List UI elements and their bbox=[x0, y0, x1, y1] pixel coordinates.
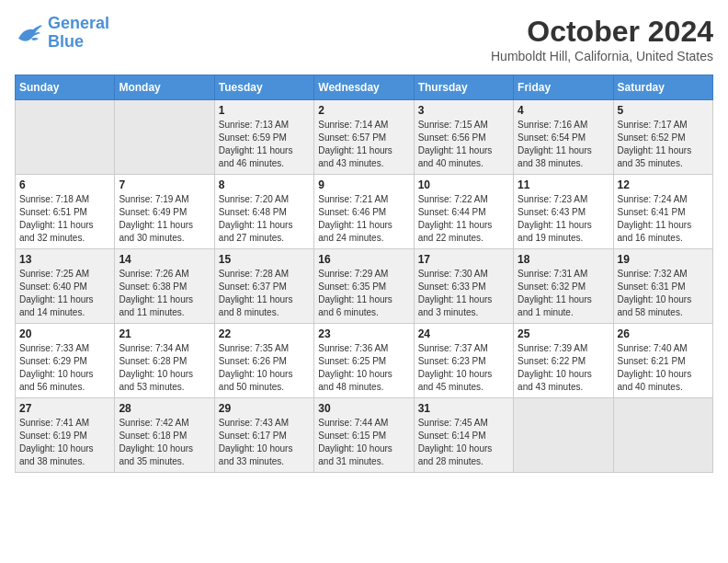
month-title: October 2024 bbox=[491, 15, 713, 49]
day-info: Sunrise: 7:18 AM Sunset: 6:51 PM Dayligh… bbox=[19, 193, 110, 245]
calendar-day-cell: 14Sunrise: 7:26 AM Sunset: 6:38 PM Dayli… bbox=[115, 249, 214, 324]
day-info: Sunrise: 7:30 AM Sunset: 6:33 PM Dayligh… bbox=[418, 268, 509, 319]
calendar-day-cell bbox=[613, 398, 712, 473]
day-info: Sunrise: 7:44 AM Sunset: 6:15 PM Dayligh… bbox=[318, 417, 409, 468]
calendar-week-row: 1Sunrise: 7:13 AM Sunset: 6:59 PM Daylig… bbox=[16, 100, 713, 175]
day-info: Sunrise: 7:16 AM Sunset: 6:54 PM Dayligh… bbox=[518, 119, 609, 170]
day-number: 6 bbox=[19, 178, 110, 191]
day-number: 23 bbox=[318, 327, 409, 340]
day-info: Sunrise: 7:42 AM Sunset: 6:18 PM Dayligh… bbox=[119, 417, 210, 468]
day-number: 22 bbox=[219, 327, 310, 340]
day-info: Sunrise: 7:33 AM Sunset: 6:29 PM Dayligh… bbox=[19, 342, 110, 394]
day-number: 14 bbox=[119, 253, 210, 266]
day-number: 19 bbox=[618, 253, 709, 266]
calendar-day-cell: 24Sunrise: 7:37 AM Sunset: 6:23 PM Dayli… bbox=[414, 324, 513, 398]
day-info: Sunrise: 7:41 AM Sunset: 6:19 PM Dayligh… bbox=[19, 417, 110, 468]
calendar-day-cell: 17Sunrise: 7:30 AM Sunset: 6:33 PM Dayli… bbox=[414, 249, 513, 324]
day-number: 1 bbox=[219, 104, 310, 117]
day-info: Sunrise: 7:34 AM Sunset: 6:28 PM Dayligh… bbox=[119, 342, 210, 394]
calendar-day-cell: 30Sunrise: 7:44 AM Sunset: 6:15 PM Dayli… bbox=[314, 398, 414, 473]
day-number: 30 bbox=[318, 402, 409, 415]
calendar-day-cell: 20Sunrise: 7:33 AM Sunset: 6:29 PM Dayli… bbox=[16, 324, 115, 398]
calendar-day-cell: 31Sunrise: 7:45 AM Sunset: 6:14 PM Dayli… bbox=[414, 398, 513, 473]
day-number: 3 bbox=[418, 104, 509, 117]
day-info: Sunrise: 7:35 AM Sunset: 6:26 PM Dayligh… bbox=[219, 342, 310, 394]
day-number: 26 bbox=[618, 327, 709, 340]
calendar-day-cell bbox=[514, 398, 613, 473]
day-info: Sunrise: 7:43 AM Sunset: 6:17 PM Dayligh… bbox=[219, 417, 310, 468]
day-number: 9 bbox=[318, 178, 409, 191]
logo-icon bbox=[15, 20, 44, 46]
day-info: Sunrise: 7:15 AM Sunset: 6:56 PM Dayligh… bbox=[418, 119, 509, 170]
logo: General Blue bbox=[15, 15, 109, 52]
day-info: Sunrise: 7:17 AM Sunset: 6:52 PM Dayligh… bbox=[618, 119, 709, 170]
day-info: Sunrise: 7:26 AM Sunset: 6:38 PM Dayligh… bbox=[119, 268, 210, 319]
day-info: Sunrise: 7:29 AM Sunset: 6:35 PM Dayligh… bbox=[318, 268, 409, 319]
calendar-table: SundayMondayTuesdayWednesdayThursdayFrid… bbox=[15, 75, 713, 473]
day-number: 27 bbox=[19, 402, 110, 415]
calendar-day-cell: 19Sunrise: 7:32 AM Sunset: 6:31 PM Dayli… bbox=[613, 249, 712, 324]
day-info: Sunrise: 7:36 AM Sunset: 6:25 PM Dayligh… bbox=[318, 342, 409, 394]
day-info: Sunrise: 7:13 AM Sunset: 6:59 PM Dayligh… bbox=[219, 119, 310, 170]
calendar-day-cell: 5Sunrise: 7:17 AM Sunset: 6:52 PM Daylig… bbox=[613, 100, 712, 175]
day-info: Sunrise: 7:31 AM Sunset: 6:32 PM Dayligh… bbox=[518, 268, 609, 319]
day-number: 11 bbox=[518, 178, 609, 191]
calendar-day-cell: 9Sunrise: 7:21 AM Sunset: 6:46 PM Daylig… bbox=[314, 175, 414, 249]
day-number: 17 bbox=[418, 253, 509, 266]
calendar-day-cell: 7Sunrise: 7:19 AM Sunset: 6:49 PM Daylig… bbox=[115, 175, 214, 249]
day-info: Sunrise: 7:39 AM Sunset: 6:22 PM Dayligh… bbox=[518, 342, 609, 394]
day-info: Sunrise: 7:28 AM Sunset: 6:37 PM Dayligh… bbox=[219, 268, 310, 319]
day-number: 24 bbox=[418, 327, 509, 340]
weekday-header: Sunday bbox=[16, 75, 115, 100]
calendar-day-cell: 8Sunrise: 7:20 AM Sunset: 6:48 PM Daylig… bbox=[214, 175, 313, 249]
weekday-header: Monday bbox=[115, 75, 214, 100]
day-info: Sunrise: 7:14 AM Sunset: 6:57 PM Dayligh… bbox=[318, 119, 409, 170]
day-number: 7 bbox=[119, 178, 210, 191]
calendar-header-row: SundayMondayTuesdayWednesdayThursdayFrid… bbox=[16, 75, 713, 100]
weekday-header: Wednesday bbox=[314, 75, 414, 100]
calendar-day-cell bbox=[16, 100, 115, 175]
calendar-day-cell: 27Sunrise: 7:41 AM Sunset: 6:19 PM Dayli… bbox=[16, 398, 115, 473]
day-info: Sunrise: 7:32 AM Sunset: 6:31 PM Dayligh… bbox=[618, 268, 709, 319]
day-number: 12 bbox=[618, 178, 709, 191]
day-info: Sunrise: 7:24 AM Sunset: 6:41 PM Dayligh… bbox=[618, 193, 709, 245]
calendar-day-cell: 16Sunrise: 7:29 AM Sunset: 6:35 PM Dayli… bbox=[314, 249, 414, 324]
day-number: 2 bbox=[318, 104, 409, 117]
day-number: 28 bbox=[119, 402, 210, 415]
calendar-day-cell: 13Sunrise: 7:25 AM Sunset: 6:40 PM Dayli… bbox=[16, 249, 115, 324]
calendar-day-cell: 1Sunrise: 7:13 AM Sunset: 6:59 PM Daylig… bbox=[214, 100, 313, 175]
weekday-header: Saturday bbox=[613, 75, 712, 100]
calendar-day-cell bbox=[115, 100, 214, 175]
calendar-day-cell: 29Sunrise: 7:43 AM Sunset: 6:17 PM Dayli… bbox=[214, 398, 313, 473]
day-info: Sunrise: 7:21 AM Sunset: 6:46 PM Dayligh… bbox=[318, 193, 409, 245]
day-info: Sunrise: 7:45 AM Sunset: 6:14 PM Dayligh… bbox=[418, 417, 509, 468]
day-number: 5 bbox=[618, 104, 709, 117]
calendar-day-cell: 2Sunrise: 7:14 AM Sunset: 6:57 PM Daylig… bbox=[314, 100, 414, 175]
day-number: 29 bbox=[219, 402, 310, 415]
day-info: Sunrise: 7:25 AM Sunset: 6:40 PM Dayligh… bbox=[19, 268, 110, 319]
calendar-day-cell: 15Sunrise: 7:28 AM Sunset: 6:37 PM Dayli… bbox=[214, 249, 313, 324]
weekday-header: Thursday bbox=[414, 75, 513, 100]
page-header: General Blue October 2024 Humboldt Hill,… bbox=[15, 15, 713, 63]
day-number: 4 bbox=[518, 104, 609, 117]
calendar-day-cell: 18Sunrise: 7:31 AM Sunset: 6:32 PM Dayli… bbox=[514, 249, 613, 324]
day-number: 16 bbox=[318, 253, 409, 266]
day-number: 13 bbox=[19, 253, 110, 266]
calendar-week-row: 20Sunrise: 7:33 AM Sunset: 6:29 PM Dayli… bbox=[16, 324, 713, 398]
calendar-day-cell: 3Sunrise: 7:15 AM Sunset: 6:56 PM Daylig… bbox=[414, 100, 513, 175]
calendar-day-cell: 26Sunrise: 7:40 AM Sunset: 6:21 PM Dayli… bbox=[613, 324, 712, 398]
day-info: Sunrise: 7:20 AM Sunset: 6:48 PM Dayligh… bbox=[219, 193, 310, 245]
calendar-day-cell: 10Sunrise: 7:22 AM Sunset: 6:44 PM Dayli… bbox=[414, 175, 513, 249]
day-number: 31 bbox=[418, 402, 509, 415]
logo-text: General Blue bbox=[48, 15, 109, 52]
day-number: 8 bbox=[219, 178, 310, 191]
calendar-day-cell: 12Sunrise: 7:24 AM Sunset: 6:41 PM Dayli… bbox=[613, 175, 712, 249]
calendar-day-cell: 6Sunrise: 7:18 AM Sunset: 6:51 PM Daylig… bbox=[16, 175, 115, 249]
day-info: Sunrise: 7:37 AM Sunset: 6:23 PM Dayligh… bbox=[418, 342, 509, 394]
calendar-day-cell: 11Sunrise: 7:23 AM Sunset: 6:43 PM Dayli… bbox=[514, 175, 613, 249]
day-number: 10 bbox=[418, 178, 509, 191]
calendar-day-cell: 23Sunrise: 7:36 AM Sunset: 6:25 PM Dayli… bbox=[314, 324, 414, 398]
day-number: 20 bbox=[19, 327, 110, 340]
day-info: Sunrise: 7:40 AM Sunset: 6:21 PM Dayligh… bbox=[618, 342, 709, 394]
day-info: Sunrise: 7:23 AM Sunset: 6:43 PM Dayligh… bbox=[518, 193, 609, 245]
